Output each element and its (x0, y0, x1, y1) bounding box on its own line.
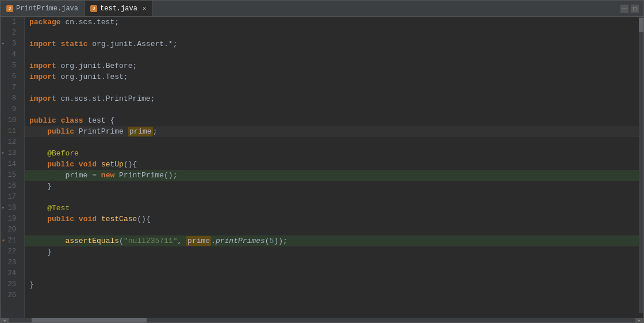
code-line-14: public void setUp(){ (25, 159, 643, 170)
horizontal-scrollbar[interactable]: ◂ ▸ (1, 318, 643, 322)
gutter-26: 26 (1, 290, 20, 301)
code-line-24 (25, 268, 643, 279)
gutter-9: 9 (1, 104, 20, 115)
gutter-6: 6 (1, 71, 20, 82)
tab-icon-printprime: J (6, 5, 13, 12)
horizontal-scrollbar-thumb[interactable] (32, 318, 147, 322)
code-line-6: import org.junit.Test; (25, 71, 643, 82)
code-line-2 (25, 28, 643, 39)
gutter-17: 17 (1, 192, 20, 203)
maximize-button[interactable]: □ (631, 5, 639, 13)
code-line-7 (25, 82, 643, 93)
code-line-12 (25, 137, 643, 148)
code-line-18: @Test (25, 203, 643, 214)
code-line-16: } (25, 181, 643, 192)
minimize-button[interactable]: — (620, 5, 628, 13)
code-line-19: public void testCase(){ (25, 214, 643, 225)
code-line-3: import static org.junit.Assert.*; (25, 39, 643, 50)
gutter-22: 22 (1, 246, 20, 257)
gutter-10: 10 (1, 115, 20, 126)
gutter-24: 24 (1, 268, 20, 279)
gutter-2: 2 (1, 28, 20, 39)
scroll-left-button[interactable]: ◂ (1, 318, 9, 322)
code-line-15: prime = new PrintPrime(); (25, 170, 643, 181)
gutter-21: ⚡21 (1, 235, 20, 246)
gutter-4: 4 (1, 50, 20, 60)
tab-test[interactable]: J test.java ✕ (85, 1, 152, 16)
code-line-25: } (25, 279, 643, 290)
gutter-12: 12 (1, 137, 20, 148)
gutter-7: 7 (1, 82, 20, 93)
code-line-8: import cn.scs.st.PrintPrime; (25, 93, 643, 104)
code-line-20 (25, 225, 643, 235)
gutter-16: 16 (1, 181, 20, 192)
gutter-numbers: 1 2 ▸3 4 5 6 7 8 9 10 11 12 ▸13 14 15 16… (1, 17, 20, 301)
code-line-1: package cn.scs.test; (25, 17, 643, 28)
gutter-1: 1 (1, 17, 20, 28)
window-controls: — □ (616, 1, 643, 16)
code-line-22: } (25, 246, 643, 257)
gutter-23: 23 (1, 257, 20, 268)
gutter-18: ▸18 (1, 203, 20, 214)
code-line-4 (25, 50, 643, 60)
code-line-9 (25, 104, 643, 115)
editor-window: J PrintPrime.java J test.java ✕ — □ 1 2 … (0, 0, 644, 323)
code-line-5: import org.junit.Before; (25, 60, 643, 71)
tab-icon-test: J (90, 5, 97, 12)
code-line-23 (25, 257, 643, 268)
vertical-scrollbar[interactable] (639, 17, 643, 313)
code-line-17 (25, 192, 643, 203)
code-lines: package cn.scs.test; import static org.j… (25, 17, 643, 318)
scroll-right-button[interactable]: ▸ (635, 318, 643, 322)
tab-label-test: test.java (100, 5, 137, 13)
tab-bar: J PrintPrime.java J test.java ✕ — □ (1, 1, 643, 17)
vertical-scrollbar-thumb[interactable] (639, 18, 643, 32)
line-number-gutter: 1 2 ▸3 4 5 6 7 8 9 10 11 12 ▸13 14 15 16… (1, 17, 25, 318)
gutter-14: 14 (1, 159, 20, 170)
code-line-26 (25, 290, 643, 301)
gutter-5: 5 (1, 60, 20, 71)
code-area[interactable]: package cn.scs.test; import static org.j… (25, 17, 643, 318)
gutter-19: 19 (1, 214, 20, 225)
gutter-8: 8 (1, 93, 20, 104)
tab-label-printprime: PrintPrime.java (16, 5, 78, 13)
gutter-3: ▸3 (1, 39, 20, 50)
editor-body: 1 2 ▸3 4 5 6 7 8 9 10 11 12 ▸13 14 15 16… (1, 17, 643, 318)
code-line-13: @Before (25, 148, 643, 159)
gutter-20: 20 (1, 225, 20, 235)
code-line-21: assertEquals("null235711", prime.printPr… (25, 235, 643, 246)
gutter-15: 15 (1, 170, 20, 181)
gutter-25: 25 (1, 279, 20, 290)
code-line-10: public class test { (25, 115, 643, 126)
tab-printprime[interactable]: J PrintPrime.java (1, 1, 85, 16)
code-line-11: public PrintPrime prime; (25, 126, 643, 137)
gutter-13: ▸13 (1, 148, 20, 159)
tab-close-button[interactable]: ✕ (143, 5, 147, 12)
gutter-11: 11 (1, 126, 20, 137)
